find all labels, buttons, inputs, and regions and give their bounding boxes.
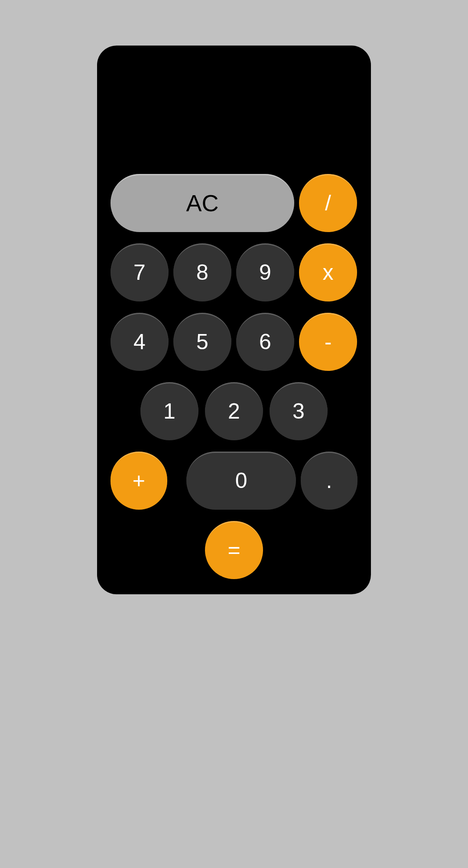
equals-button[interactable]: = xyxy=(205,521,263,579)
decimal-button[interactable]: . xyxy=(301,452,358,510)
keypad-row-5: + 0 . xyxy=(110,452,358,510)
calculator-keypad: AC / 7 8 9 x 4 5 6 - 1 2 3 + 0 . = xyxy=(110,174,358,579)
add-button[interactable]: + xyxy=(110,452,167,510)
digit-6-button[interactable]: 6 xyxy=(236,313,294,371)
clear-button[interactable]: AC xyxy=(110,174,294,232)
spacer xyxy=(172,452,182,510)
digit-3-button[interactable]: 3 xyxy=(270,382,328,440)
digit-4-button[interactable]: 4 xyxy=(110,313,169,371)
subtract-button[interactable]: - xyxy=(299,313,357,371)
digit-0-button[interactable]: 0 xyxy=(186,452,296,510)
calculator-frame: AC / 7 8 9 x 4 5 6 - 1 2 3 + 0 . = xyxy=(97,46,371,594)
digit-5-button[interactable]: 5 xyxy=(173,313,231,371)
digit-7-button[interactable]: 7 xyxy=(110,243,169,301)
keypad-row-6: = xyxy=(110,521,358,579)
keypad-row-4: 1 2 3 xyxy=(110,382,358,440)
keypad-row-1: AC / xyxy=(110,174,358,232)
digit-8-button[interactable]: 8 xyxy=(173,243,231,301)
divide-button[interactable]: / xyxy=(299,174,357,232)
keypad-row-2: 7 8 9 x xyxy=(110,243,358,301)
digit-1-button[interactable]: 1 xyxy=(140,382,198,440)
multiply-button[interactable]: x xyxy=(299,243,357,301)
digit-9-button[interactable]: 9 xyxy=(236,243,294,301)
keypad-row-3: 4 5 6 - xyxy=(110,313,358,371)
digit-2-button[interactable]: 2 xyxy=(205,382,263,440)
